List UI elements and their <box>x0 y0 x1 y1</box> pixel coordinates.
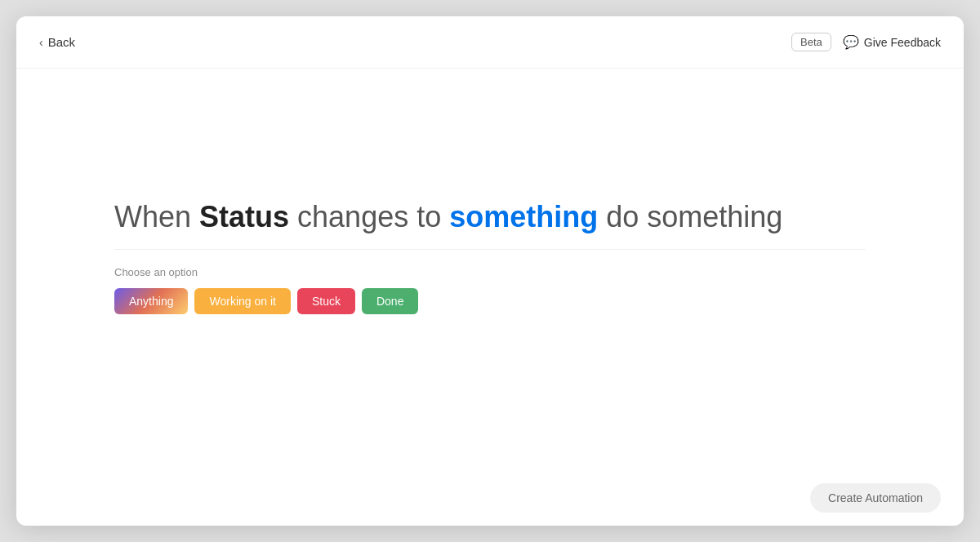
option-stuck-label: Stuck <box>312 295 341 308</box>
option-done-button[interactable]: Done <box>362 288 418 314</box>
headline-prefix: When <box>114 200 199 233</box>
back-chevron-icon: ‹ <box>39 36 43 49</box>
option-anything-label: Anything <box>129 295 173 308</box>
give-feedback-button[interactable]: 💬 Give Feedback <box>843 31 941 53</box>
beta-badge: Beta <box>791 33 831 51</box>
option-anything-button[interactable]: Anything <box>114 288 188 314</box>
headline-highlight: something <box>449 200 598 233</box>
footer: Create Automation <box>16 470 964 526</box>
headline-bold: Status <box>199 200 289 233</box>
header: ‹ Back Beta 💬 Give Feedback <box>16 16 964 69</box>
app-window: ‹ Back Beta 💬 Give Feedback When Status … <box>16 16 964 526</box>
headline: When Status changes to something do some… <box>114 198 866 237</box>
option-working-label: Working on it <box>209 295 275 308</box>
divider <box>114 249 866 250</box>
option-working-button[interactable]: Working on it <box>194 288 290 314</box>
header-right: Beta 💬 Give Feedback <box>791 31 941 53</box>
headline-suffix: do something <box>598 200 782 233</box>
headline-middle: changes to <box>289 200 449 233</box>
option-stuck-button[interactable]: Stuck <box>297 288 355 314</box>
feedback-icon: 💬 <box>843 34 859 50</box>
main-content: When Status changes to something do some… <box>16 69 964 470</box>
create-automation-label: Create Automation <box>828 491 923 504</box>
options-row: Anything Working on it Stuck Done <box>114 288 866 314</box>
headline-section: When Status changes to something do some… <box>114 198 866 315</box>
back-button[interactable]: ‹ Back <box>39 32 75 52</box>
give-feedback-label: Give Feedback <box>864 36 941 49</box>
option-done-label: Done <box>376 295 403 308</box>
choose-label: Choose an option <box>114 266 866 278</box>
create-automation-button[interactable]: Create Automation <box>810 483 941 513</box>
back-label: Back <box>48 35 75 49</box>
